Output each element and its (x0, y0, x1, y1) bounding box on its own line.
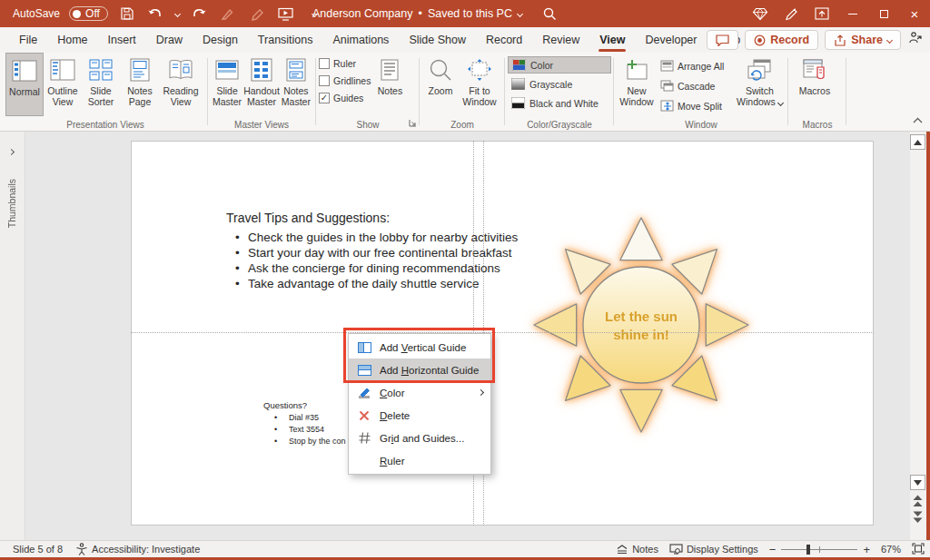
minimize-button[interactable] (837, 0, 868, 27)
guides-checkbox[interactable]: ✓ Guides (319, 92, 371, 103)
notes-label: Notes (378, 85, 402, 96)
tab-home[interactable]: Home (47, 27, 97, 53)
black-and-white-button[interactable]: Black and White (508, 94, 611, 112)
collapse-ribbon-icon[interactable] (913, 114, 923, 125)
zoom-slider[interactable]: − + (769, 543, 870, 556)
slide-number-indicator[interactable]: Slide 5 of 8 (13, 544, 63, 555)
fit-slide-to-window-button[interactable] (912, 543, 925, 556)
next-slide-button[interactable] (912, 511, 924, 527)
document-title: Anderson Company • Saved to this PC (312, 0, 522, 27)
questions-bullet: Text 3554 (263, 424, 346, 436)
slide-sorter-button[interactable]: Slide Sorter (82, 53, 120, 116)
vertical-scrollbar[interactable] (910, 132, 926, 540)
title-separator: • (418, 7, 421, 20)
slide-canvas[interactable]: Travel Tips and Suggestions: Check the g… (131, 141, 874, 526)
tab-file[interactable]: File (9, 27, 47, 53)
new-window-button[interactable]: New Window (617, 53, 657, 116)
tab-view[interactable]: View (589, 27, 635, 53)
close-button[interactable]: × (899, 0, 930, 27)
thumbnails-pane-collapsed[interactable]: Thumbnails (0, 132, 25, 540)
zoom-label: Zoom (429, 85, 453, 96)
menu-item-add-vertical-guide[interactable]: Add Vertical Guide (349, 336, 490, 359)
menu-item-color[interactable]: Color (349, 381, 490, 404)
comments-button[interactable] (707, 30, 738, 50)
scroll-up-button[interactable] (910, 134, 925, 150)
tab-design[interactable]: Design (193, 27, 248, 53)
tab-developer[interactable]: Developer (635, 27, 707, 53)
zoom-out-button[interactable]: − (769, 543, 777, 556)
group-label-zoom: Zoom (422, 120, 502, 130)
gridlines-checkbox-box (319, 75, 330, 86)
share-button[interactable]: Share (825, 30, 901, 50)
tab-slide-show[interactable]: Slide Show (399, 27, 476, 53)
questions-textbox[interactable]: Questions? Dial #35 Text 3554 Stop by th… (263, 400, 346, 447)
show-dialog-launcher-icon[interactable] (409, 118, 417, 129)
arrange-all-button[interactable]: Arrange All (660, 56, 724, 75)
slide-master-button[interactable]: Slide Master (211, 53, 243, 116)
expand-thumbnails-chevron-icon[interactable] (8, 149, 15, 155)
notes-page-button[interactable]: Notes Page (120, 53, 160, 116)
outline-view-button[interactable]: Outline View (44, 53, 82, 116)
title-dropdown-chevron-icon[interactable] (517, 10, 523, 16)
menu-item-add-horizontal-guide[interactable]: Add Horizontal Guide (349, 359, 490, 381)
handout-master-button[interactable]: Handout Master (243, 53, 280, 116)
slide-workspace: Thumbnails Travel Tips and Suggestions: … (0, 132, 930, 540)
accessibility-label: Accessibility: Investigate (92, 544, 200, 555)
undo-icon[interactable] (146, 4, 166, 24)
previous-slide-button[interactable] (912, 495, 924, 511)
ruler-checkbox[interactable]: Ruler (319, 57, 371, 69)
tab-draw[interactable]: Draw (146, 27, 193, 53)
zoom-in-button[interactable]: + (863, 543, 870, 556)
move-split-button[interactable]: Move Split (660, 96, 724, 115)
premium-diamond-icon[interactable] (745, 0, 776, 27)
menu-item-delete[interactable]: Delete (349, 404, 490, 427)
tab-transitions[interactable]: Transitions (248, 27, 323, 53)
tab-review[interactable]: Review (532, 27, 589, 53)
normal-view-icon (12, 57, 37, 84)
scroll-down-button[interactable] (910, 475, 925, 490)
menu-item-grid-and-guides[interactable]: Grid and Guides... (349, 427, 490, 449)
zoom-slider-track[interactable] (781, 549, 857, 550)
notes-button[interactable]: Notes (373, 53, 406, 116)
zoom-slider-thumb[interactable] (806, 545, 810, 555)
accessibility-status[interactable]: Accessibility: Investigate (75, 543, 200, 555)
gridlines-checkbox[interactable]: Gridlines (319, 74, 371, 86)
maximize-button[interactable] (868, 0, 899, 27)
zoom-button[interactable]: Zoom (422, 53, 459, 116)
horizontal-guide[interactable] (131, 332, 874, 333)
reading-view-button[interactable]: Reading View (160, 53, 202, 116)
menu-item-label: Color (380, 388, 405, 398)
group-window: New Window Arrange All Cascade Move Spli… (617, 53, 786, 131)
save-icon[interactable] (117, 4, 137, 24)
grayscale-button[interactable]: Grayscale (508, 75, 611, 93)
sun-graphic[interactable]: Let the sun shine in! (514, 193, 768, 460)
macros-button[interactable]: Macros (791, 53, 838, 116)
cascade-button[interactable]: Cascade (660, 76, 724, 95)
switch-windows-button[interactable]: Switch Windows (735, 53, 784, 116)
menu-item-ruler[interactable]: Ruler (349, 449, 490, 472)
menu-item-label: Add Horizontal Guide (380, 365, 479, 376)
save-status: Saved to this PC (428, 7, 512, 20)
tab-insert[interactable]: Insert (98, 27, 146, 53)
zoom-percentage[interactable]: 67% (881, 544, 901, 555)
black-and-white-icon (511, 97, 525, 109)
ribbon-display-options-icon[interactable] (806, 0, 837, 27)
tab-animations[interactable]: Animations (323, 27, 400, 53)
autosave-toggle[interactable]: Off (69, 6, 108, 21)
search-icon[interactable] (539, 4, 559, 24)
group-label-color-grayscale: Color/Grayscale (508, 120, 611, 130)
fit-to-window-button[interactable]: Fit to Window (459, 53, 500, 116)
notes-toggle[interactable]: Notes (616, 544, 658, 555)
start-slideshow-icon[interactable] (276, 4, 296, 24)
redo-icon[interactable] (189, 4, 209, 24)
color-button[interactable]: Color (508, 56, 611, 74)
record-button[interactable]: Record (745, 30, 818, 50)
notes-master-button[interactable]: Notes Master (280, 53, 312, 116)
undo-dropdown-chevron-icon[interactable] (174, 10, 181, 16)
editing-pen-icon[interactable] (776, 0, 806, 27)
display-settings-button[interactable]: Display Settings (669, 544, 758, 555)
tab-record[interactable]: Record (476, 27, 532, 53)
normal-view-button[interactable]: Normal (5, 53, 44, 116)
presenter-coach-icon[interactable] (907, 31, 923, 49)
menu-item-label: Ruler (380, 456, 405, 467)
